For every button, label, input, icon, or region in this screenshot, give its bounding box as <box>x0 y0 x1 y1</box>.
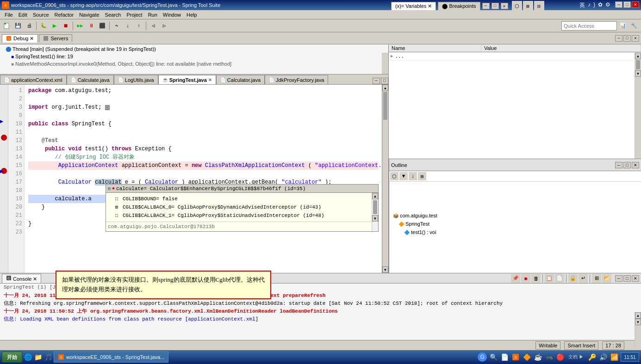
menu-project[interactable]: Project <box>124 11 145 19</box>
console-btn-word-wrap[interactable]: ↵ <box>579 274 588 283</box>
vars-btn3[interactable]: ⊟ <box>534 1 544 11</box>
console-close[interactable]: ✕ <box>632 275 639 282</box>
breakpoints-tab[interactable]: ⬤ Breakpoints <box>438 2 480 10</box>
tray-vol-icon[interactable]: 🔊 <box>598 352 608 362</box>
vars-scroll-up[interactable]: ▲ <box>635 53 641 59</box>
tab-jdkproxy[interactable]: 📄 JdkProxyFactory.java <box>265 75 328 84</box>
close-button[interactable]: ✕ <box>632 1 639 8</box>
outline-close[interactable]: ✕ <box>632 162 639 168</box>
debug-maximize[interactable]: □ <box>623 35 631 42</box>
toolbar-run[interactable]: ▶ <box>50 21 60 31</box>
vars-btn1[interactable]: ⬡ <box>512 1 522 11</box>
outline-btn2[interactable]: ▼ <box>399 172 408 180</box>
tab-calculate[interactable]: 📄 Calculate.java <box>67 75 114 84</box>
debug-thread-item[interactable]: 🔵 Thread [main] (Suspended (breakpoint a… <box>2 45 386 53</box>
tray-key-icon[interactable]: 🔑 <box>587 352 597 362</box>
vars-scroll-thumb[interactable] <box>636 60 640 69</box>
toolbar-resume[interactable]: ▶▶ <box>75 21 85 31</box>
console-tab-console[interactable]: C Console ✕ <box>2 274 41 283</box>
toolbar-save[interactable]: 💾 <box>13 21 23 31</box>
tray-red-icon[interactable]: 🔴 <box>555 352 565 362</box>
menu-file[interactable]: File <box>2 11 16 19</box>
start-button[interactable]: 开始 <box>2 352 22 363</box>
outline-btn1[interactable]: ⬡ <box>390 172 398 180</box>
editor-scroll-thumb[interactable] <box>383 92 387 120</box>
taskbar-media-icon[interactable]: 🎵 <box>44 352 53 362</box>
menu-help[interactable]: Help <box>184 11 200 19</box>
toolbar-terminate[interactable]: ⬛ <box>97 21 107 31</box>
editor-maximize[interactable]: □ <box>381 78 388 84</box>
toolbar-perspective1[interactable]: 📊 <box>618 21 628 31</box>
editor-scrollbar[interactable]: ▲ ▼ <box>382 85 388 273</box>
menu-run[interactable]: Run <box>145 11 160 19</box>
toolbar-step-out[interactable]: ↑ <box>134 21 144 31</box>
vars-close[interactable]: ✕ <box>501 3 508 9</box>
debug-stack1[interactable]: ■ SpringTest.test1() line: 19 <box>2 53 386 60</box>
tab-logutils[interactable]: 📄 LogUtils.java <box>114 75 158 84</box>
outline-btn3[interactable]: ↓ <box>409 172 417 180</box>
quick-access-input[interactable] <box>561 21 617 31</box>
tab-calculator[interactable]: 📄 Calculator.java <box>216 75 265 84</box>
maximize-button[interactable]: □ <box>623 1 631 8</box>
menu-window[interactable]: Window <box>160 11 184 19</box>
outline-package[interactable]: 📦 com.atguigu.test <box>391 211 639 220</box>
tray-e-icon[interactable]: 🔶 <box>522 352 531 362</box>
editor-scroll-up[interactable]: ▲ <box>382 85 388 91</box>
toolbar-forward[interactable]: ▷ <box>159 21 169 31</box>
console-scrollbar[interactable]: ▲ ▼ <box>635 312 641 354</box>
console-btn-open-console[interactable]: 📂 <box>602 274 611 283</box>
console-btn-paste[interactable]: 📄 <box>555 274 564 283</box>
tab-springtest[interactable]: ☕ SpringTest.java ✕ <box>158 75 216 84</box>
tray-ant-icon[interactable]: 🐜 <box>544 352 554 362</box>
popup-scroll-up[interactable]: ▲ <box>372 193 378 199</box>
vars-scrollbar[interactable]: ▲ ▼ <box>635 53 641 159</box>
menu-navigate[interactable]: Navigate <box>76 11 102 19</box>
console-btn-pin[interactable]: 📌 <box>511 274 520 283</box>
vars-maximize[interactable]: □ <box>492 3 499 9</box>
console-btn-scroll-lock[interactable]: 🔒 <box>568 274 578 283</box>
toolbar-perspective2[interactable]: 🔧 <box>629 21 639 31</box>
taskbar-ie-icon[interactable]: 🌐 <box>23 352 32 362</box>
console-scroll-up[interactable]: ▲ <box>635 312 641 319</box>
console-btn-clear[interactable]: 🗑 <box>531 274 541 283</box>
taskbar-sts-item[interactable]: S workspaceEE_0906_sts - SpringTest.java… <box>54 352 168 363</box>
console-maximize[interactable]: □ <box>623 275 631 282</box>
outline-class[interactable]: 🔶 SpringTest <box>391 220 639 228</box>
outline-minimize[interactable]: ─ <box>615 162 622 168</box>
editor-minimize[interactable]: ─ <box>373 78 380 84</box>
console-btn-copy[interactable]: 📋 <box>545 274 554 283</box>
minimize-button[interactable]: ─ <box>615 1 622 8</box>
code-content[interactable]: package com.atguigu.test; import org.jun… <box>25 85 382 273</box>
debug-tab-debug[interactable]: D Debug ✕ <box>2 34 38 43</box>
popup-scroll-down[interactable]: ▼ <box>372 215 378 222</box>
popup-scroll-thumb[interactable] <box>373 200 377 214</box>
taskbar-folder-icon[interactable]: 📁 <box>33 352 43 362</box>
vars-btn2[interactable]: ⊞ <box>523 1 533 11</box>
toolbar-back[interactable]: ◁ <box>148 21 158 31</box>
toolbar-stop[interactable]: ■ <box>61 21 71 31</box>
tray-search-icon[interactable]: 🔍 <box>489 352 498 362</box>
var-row-1[interactable]: ▶ ... <box>389 52 641 61</box>
vars-scroll-down[interactable]: ▼ <box>635 70 641 77</box>
menu-source[interactable]: Source <box>30 11 52 19</box>
tray-sts-icon2[interactable]: S <box>511 352 520 362</box>
tab-applicationContext[interactable]: 📄 applicationContext.xml <box>0 75 67 84</box>
debug-tab-servers[interactable]: Servers <box>39 34 72 42</box>
toolbar-suspend[interactable]: ⏸ <box>86 21 96 31</box>
tray-google-icon[interactable]: G <box>478 352 487 362</box>
menu-search[interactable]: Search <box>102 11 124 19</box>
tray-doc-icon[interactable]: 📄 <box>500 352 509 362</box>
console-btn-stop[interactable]: ■ <box>521 274 530 283</box>
vars-minimize[interactable]: ─ <box>482 3 490 9</box>
toolbar-print[interactable]: 🖨 <box>24 21 34 31</box>
toolbar-new[interactable] <box>2 21 12 31</box>
console-btn-new-console[interactable]: ⊞ <box>592 274 601 283</box>
outline-btn4[interactable]: ⊞ <box>418 172 426 180</box>
popup-scrollbar[interactable]: ▲ ▼ <box>372 193 378 231</box>
debug-stack2[interactable]: ■ NativeMethodAccessorImpl.invoke0(Metho… <box>2 60 386 68</box>
tray-java-icon[interactable]: ☕ <box>533 352 542 362</box>
variables-tab[interactable]: (x)= Variables ✕ <box>391 2 436 10</box>
outline-method[interactable]: 🔷 test1() : voi <box>391 228 639 236</box>
console-minimize[interactable]: ─ <box>615 275 622 282</box>
debug-scrollbar[interactable] <box>382 53 388 74</box>
